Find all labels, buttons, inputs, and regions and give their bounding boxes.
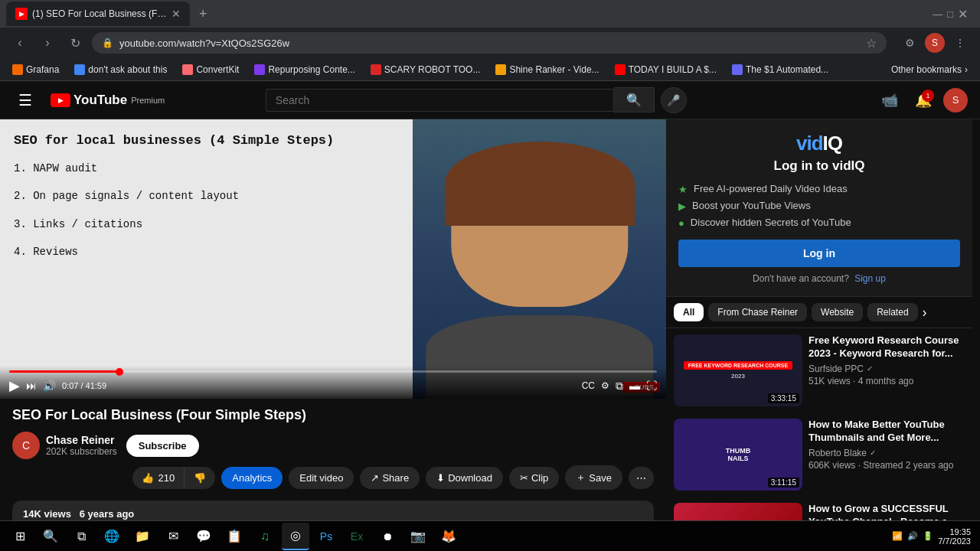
close-window-btn[interactable]: ✕ [958, 7, 968, 21]
miniplayer-button[interactable]: ⧉ [616, 380, 623, 393]
description-stats: 14K views 6 years ago [23, 508, 643, 520]
tab-website[interactable]: Website [812, 303, 863, 321]
obs-icon: ⏺ [382, 530, 393, 543]
save-button[interactable]: ＋ Save [565, 465, 622, 490]
bookmark-favicon [12, 64, 23, 75]
vidiq-login-button[interactable]: Log in [678, 240, 960, 267]
clip-button[interactable]: ✂ Clip [509, 467, 559, 489]
search-button[interactable]: 🔍 [614, 87, 655, 112]
related-video-3[interactable]: SUCCESSYouTube 5:9:44 How to Grow a SUCC… [666, 497, 972, 520]
vidiq-signup-link[interactable]: Sign up [854, 273, 886, 284]
bookmark-shine-ranker[interactable]: Shine Ranker - Vide... [489, 63, 605, 77]
dislike-button[interactable]: 👎 [185, 467, 215, 489]
vidiq-features-list: ★ Free AI-powered Daily Video Ideas ▶ Bo… [678, 183, 960, 229]
subscribe-button[interactable]: Subscribe [126, 435, 199, 457]
search-taskbar-button[interactable]: 🔍 [37, 523, 64, 550]
spotify-taskbar-button[interactable]: ♫ [251, 523, 279, 550]
header-actions: 📹 🔔1 S [876, 86, 968, 114]
new-tab-button[interactable]: + [193, 3, 214, 25]
lock-icon: 🔒 [102, 37, 113, 48]
next-button[interactable]: ⏭ [26, 380, 37, 392]
address-bar[interactable]: 🔒 youtube.com/watch?v=XtQOs2SG26w ☆ [92, 32, 887, 54]
related-video-1[interactable]: FREE KEYWORD RESEARCH COURSE 2023 3:33:1… [666, 328, 972, 412]
bookmark-favicon [495, 64, 506, 75]
active-tab[interactable]: ▶ (1) SEO For Local Business (Fou... ✕ [6, 2, 190, 26]
verified-icon-1: ✓ [867, 364, 873, 373]
upload-button[interactable]: 📹 [876, 86, 903, 114]
firefox-taskbar-button[interactable]: 🦊 [435, 523, 462, 550]
close-tab-btn[interactable]: ✕ [172, 8, 181, 20]
youtube-logo-icon: ▶ [51, 93, 70, 107]
video-player[interactable]: SEO for local businesses (4 Simple Steps… [0, 119, 666, 399]
analytics-button[interactable]: Analytics [221, 467, 283, 489]
volume-button[interactable]: 🔊 [43, 380, 56, 392]
play-button[interactable]: ▶ [9, 377, 20, 394]
instagram-taskbar-button[interactable]: 📷 [404, 523, 432, 550]
edge-taskbar-button[interactable]: 🌐 [98, 523, 126, 550]
edit-video-button[interactable]: Edit video [289, 467, 354, 489]
theater-button[interactable]: ▬ [629, 380, 640, 392]
chrome-taskbar-button[interactable]: ◎ [282, 523, 309, 550]
tab-related[interactable]: Related [867, 303, 917, 321]
bookmark-star-icon[interactable]: ☆ [866, 36, 877, 51]
user-avatar[interactable]: S [943, 88, 968, 112]
forward-button[interactable]: › [37, 32, 58, 54]
channel-avatar[interactable]: C [12, 432, 40, 459]
extensions-btn[interactable]: ⚙ [899, 32, 920, 54]
bookmark-automated[interactable]: The $1 Automated... [726, 63, 835, 77]
page-wrapper: ☰ ▶ YouTube Premium 🔍 🎤 📹 🔔1 S [0, 81, 980, 520]
search-box[interactable] [266, 89, 614, 112]
excel-taskbar-button[interactable]: Ex [343, 523, 371, 550]
start-button[interactable]: ⊞ [6, 523, 34, 550]
tabs-more-button[interactable]: › [923, 305, 927, 321]
teams-taskbar-button[interactable]: 📋 [220, 523, 248, 550]
discord-taskbar-button[interactable]: 💬 [190, 523, 217, 550]
more-actions-button[interactable]: ⋯ [629, 467, 654, 489]
share-button[interactable]: ↗ Share [360, 467, 420, 489]
save-icon: ＋ [576, 471, 586, 484]
video-step-2: 2. On page signals / content layout [14, 187, 399, 204]
bookmark-label: Grafana [26, 64, 59, 75]
mail-taskbar-button[interactable]: ✉ [159, 523, 187, 550]
like-button[interactable]: 👍 210 [132, 467, 185, 489]
bookmark-today[interactable]: TODAY I BUILD A $... [609, 63, 723, 77]
share-icon: ↗ [371, 472, 379, 484]
bookmark-favicon [371, 64, 381, 75]
thumb-text-2: THUMBNAILS [723, 444, 754, 465]
refresh-button[interactable]: ↻ [64, 32, 86, 54]
settings-button[interactable]: ⚙ [601, 380, 609, 391]
channel-name[interactable]: Chase Reiner [46, 434, 117, 446]
notifications-button[interactable]: 🔔1 [910, 86, 937, 114]
taskbar-clock[interactable]: 19:35 7/7/2023 [938, 527, 971, 546]
bookmark-grafana[interactable]: Grafana [6, 63, 65, 77]
bookmark-other[interactable]: Other bookmarks › [885, 63, 974, 77]
bookmark-convertkit[interactable]: ConvertKit [176, 63, 245, 77]
description-box[interactable]: 14K views 6 years ago Make sure you grab… [12, 500, 654, 520]
search-input[interactable] [266, 90, 613, 111]
menu-button[interactable]: ☰ [12, 88, 38, 112]
obs-taskbar-button[interactable]: ⏺ [374, 523, 401, 550]
cc-button[interactable]: CC [582, 380, 595, 391]
voice-search-button[interactable]: 🎤 [661, 87, 687, 113]
related-video-2[interactable]: THUMBNAILS 3:11:15 How to Make Better Yo… [666, 412, 972, 497]
profile-btn[interactable]: S [925, 33, 945, 53]
photoshop-taskbar-button[interactable]: Ps [312, 523, 340, 550]
tab-all[interactable]: All [674, 303, 704, 321]
task-view-button[interactable]: ⧉ [67, 523, 95, 550]
bookmark-repurposing[interactable]: Repurposing Conte... [248, 63, 361, 77]
fullscreen-button[interactable]: ⛶ [646, 380, 657, 392]
video-frame: SEO for local businesses (4 Simple Steps… [0, 119, 666, 399]
download-button[interactable]: ⬇ Download [426, 467, 503, 489]
maximize-btn[interactable]: □ [947, 8, 953, 20]
channel-details: Chase Reiner 202K subscribers [46, 434, 117, 457]
browser-menu-btn[interactable]: ⋮ [949, 32, 971, 54]
yt-logo[interactable]: ▶ YouTube Premium [51, 93, 165, 108]
minimize-btn[interactable]: — [933, 8, 942, 20]
progress-bar[interactable] [9, 370, 657, 373]
bookmark-scary-robot[interactable]: SCARY ROBOT TOO... [364, 63, 487, 77]
tab-from-chase[interactable]: From Chase Reiner [708, 303, 807, 321]
player-controls: ▶ ⏭ 🔊 0:07 / 41:59 CC ⚙ ⧉ ▬ ⛶ [0, 366, 666, 399]
bookmark-dont-ask[interactable]: don't ask about this [68, 63, 173, 77]
back-button[interactable]: ‹ [9, 32, 31, 54]
explorer-taskbar-button[interactable]: 📁 [129, 523, 156, 550]
